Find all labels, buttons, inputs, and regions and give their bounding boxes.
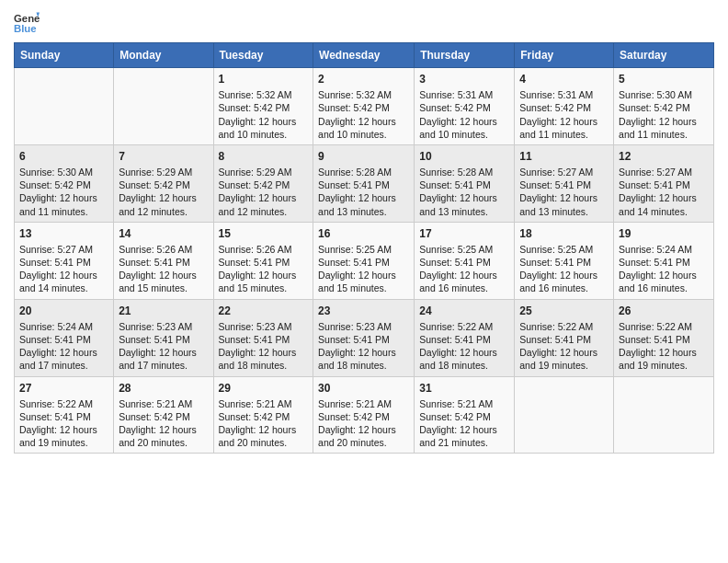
daylight-text: Daylight: 12 hours and 20 minutes. [219,423,309,449]
day-number: 20 [19,304,108,318]
daylight-text: Daylight: 12 hours and 11 minutes. [519,115,609,141]
day-number: 31 [419,381,509,396]
sunrise-text: Sunrise: 5:21 AM [318,397,409,410]
day-number: 17 [419,226,509,241]
sunrise-text: Sunrise: 5:25 AM [318,243,409,256]
calendar-week-row: 1Sunrise: 5:32 AMSunset: 5:42 PMDaylight… [15,68,714,145]
day-number: 2 [318,72,409,86]
calendar-cell: 4Sunrise: 5:31 AMSunset: 5:42 PMDaylight… [515,68,614,145]
calendar-cell: 20Sunrise: 5:24 AMSunset: 5:41 PMDayligh… [15,299,114,376]
sunrise-text: Sunrise: 5:21 AM [219,397,309,410]
sunrise-text: Sunrise: 5:27 AM [19,243,108,256]
calendar-cell: 12Sunrise: 5:27 AMSunset: 5:41 PMDayligh… [614,144,714,222]
day-number: 12 [619,149,709,164]
day-number: 7 [119,149,208,164]
daylight-text: Daylight: 12 hours and 14 minutes. [619,191,709,217]
daylight-text: Daylight: 12 hours and 17 minutes. [19,346,108,372]
calendar-week-row: 13Sunrise: 5:27 AMSunset: 5:41 PMDayligh… [15,222,714,299]
calendar-cell: 29Sunrise: 5:21 AMSunset: 5:42 PMDayligh… [213,376,313,454]
calendar-cell: 9Sunrise: 5:28 AMSunset: 5:41 PMDaylight… [313,144,415,222]
sunset-text: Sunset: 5:41 PM [619,256,709,269]
weekday-header-wednesday: Wednesday [313,43,415,68]
calendar-cell: 7Sunrise: 5:29 AMSunset: 5:42 PMDaylight… [114,144,213,222]
day-number: 21 [119,304,208,318]
sunrise-text: Sunrise: 5:30 AM [619,88,709,101]
sunrise-text: Sunrise: 5:21 AM [419,397,509,410]
calendar-cell: 8Sunrise: 5:29 AMSunset: 5:42 PMDaylight… [213,144,313,222]
sunset-text: Sunset: 5:41 PM [119,256,208,269]
day-number: 14 [119,226,208,241]
sunrise-text: Sunrise: 5:28 AM [419,166,509,178]
calendar-cell [15,68,114,145]
weekday-header-friday: Friday [515,43,614,68]
daylight-text: Daylight: 12 hours and 15 minutes. [318,269,409,294]
calendar-cell: 18Sunrise: 5:25 AMSunset: 5:41 PMDayligh… [515,222,614,299]
sunrise-text: Sunrise: 5:32 AM [318,88,409,101]
calendar-cell: 22Sunrise: 5:23 AMSunset: 5:41 PMDayligh… [213,299,313,376]
sunset-text: Sunset: 5:42 PM [318,101,409,114]
sunrise-text: Sunrise: 5:22 AM [619,320,709,333]
daylight-text: Daylight: 12 hours and 17 minutes. [119,346,208,372]
sunset-text: Sunset: 5:41 PM [19,333,108,346]
sunset-text: Sunset: 5:41 PM [419,256,509,269]
sunset-text: Sunset: 5:42 PM [619,101,709,114]
weekday-header-thursday: Thursday [415,43,515,68]
svg-text:General: General [14,13,40,24]
day-number: 8 [219,149,309,164]
svg-text:Blue: Blue [14,23,37,34]
daylight-text: Daylight: 12 hours and 10 minutes. [318,115,409,141]
calendar-table: SundayMondayTuesdayWednesdayThursdayFrid… [14,42,714,454]
sunrise-text: Sunrise: 5:24 AM [19,320,108,333]
day-number: 5 [619,72,709,86]
day-number: 13 [19,226,108,241]
calendar-week-row: 6Sunrise: 5:30 AMSunset: 5:42 PMDaylight… [15,144,714,222]
daylight-text: Daylight: 12 hours and 15 minutes. [219,269,309,294]
daylight-text: Daylight: 12 hours and 19 minutes. [619,346,709,372]
calendar-cell: 11Sunrise: 5:27 AMSunset: 5:41 PMDayligh… [515,144,614,222]
page: General Blue SundayMondayTuesdayWednesda… [0,0,728,563]
day-number: 26 [619,304,709,318]
header: General Blue [14,9,714,35]
day-number: 22 [219,304,309,318]
sunset-text: Sunset: 5:41 PM [19,410,108,423]
daylight-text: Daylight: 12 hours and 15 minutes. [119,269,208,294]
weekday-header-saturday: Saturday [614,43,714,68]
daylight-text: Daylight: 12 hours and 18 minutes. [419,346,509,372]
daylight-text: Daylight: 12 hours and 19 minutes. [19,423,108,449]
sunrise-text: Sunrise: 5:25 AM [519,243,609,256]
day-number: 19 [619,226,709,241]
daylight-text: Daylight: 12 hours and 13 minutes. [519,191,609,217]
calendar-cell: 17Sunrise: 5:25 AMSunset: 5:41 PMDayligh… [415,222,515,299]
day-number: 15 [219,226,309,241]
sunset-text: Sunset: 5:42 PM [419,101,509,114]
day-number: 29 [219,381,309,396]
daylight-text: Daylight: 12 hours and 16 minutes. [619,269,709,294]
sunset-text: Sunset: 5:41 PM [519,333,609,346]
calendar-cell: 16Sunrise: 5:25 AMSunset: 5:41 PMDayligh… [313,222,415,299]
sunrise-text: Sunrise: 5:26 AM [219,243,309,256]
day-number: 18 [519,226,609,241]
sunrise-text: Sunrise: 5:26 AM [119,243,208,256]
daylight-text: Daylight: 12 hours and 16 minutes. [519,269,609,294]
daylight-text: Daylight: 12 hours and 10 minutes. [219,115,309,141]
weekday-header-tuesday: Tuesday [213,43,313,68]
daylight-text: Daylight: 12 hours and 11 minutes. [19,191,108,217]
calendar-cell: 14Sunrise: 5:26 AMSunset: 5:41 PMDayligh… [114,222,213,299]
day-number: 23 [318,304,409,318]
sunset-text: Sunset: 5:41 PM [219,256,309,269]
daylight-text: Daylight: 12 hours and 10 minutes. [419,115,509,141]
day-number: 1 [219,72,309,86]
sunset-text: Sunset: 5:41 PM [19,256,108,269]
calendar-cell: 21Sunrise: 5:23 AMSunset: 5:41 PMDayligh… [114,299,213,376]
sunset-text: Sunset: 5:41 PM [318,333,409,346]
day-number: 9 [318,149,409,164]
day-number: 11 [519,149,609,164]
calendar-cell: 26Sunrise: 5:22 AMSunset: 5:41 PMDayligh… [614,299,714,376]
daylight-text: Daylight: 12 hours and 11 minutes. [619,115,709,141]
calendar-cell: 2Sunrise: 5:32 AMSunset: 5:42 PMDaylight… [313,68,415,145]
logo-icon: General Blue [14,9,40,35]
calendar-cell [614,376,714,454]
calendar-week-row: 20Sunrise: 5:24 AMSunset: 5:41 PMDayligh… [15,299,714,376]
sunrise-text: Sunrise: 5:25 AM [419,243,509,256]
daylight-text: Daylight: 12 hours and 13 minutes. [318,191,409,217]
